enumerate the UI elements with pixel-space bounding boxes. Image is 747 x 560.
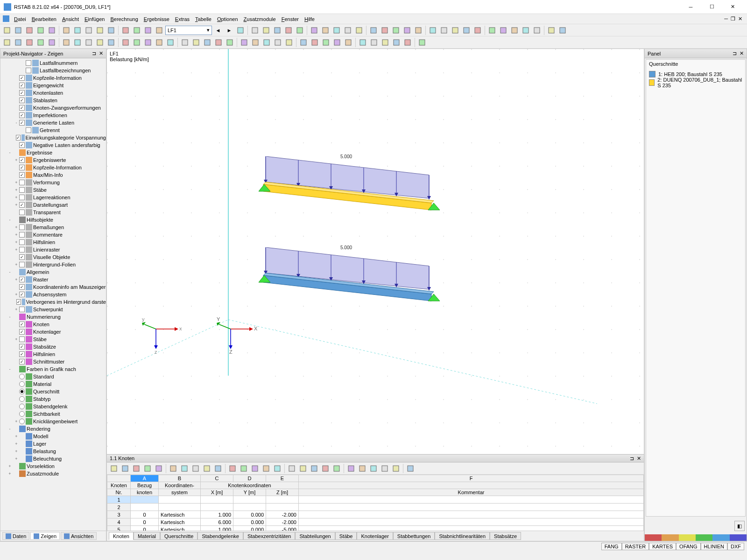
toolbar-button[interactable] <box>120 463 130 474</box>
toolbar-button[interactable] <box>309 463 319 474</box>
toolbar-button[interactable] <box>321 37 331 48</box>
toolbar-button[interactable] <box>35 37 46 48</box>
toolbar-button[interactable] <box>239 37 249 48</box>
toolbar-button[interactable] <box>202 37 212 48</box>
menu-item-hilfe[interactable]: Hilfe <box>302 15 317 23</box>
tree-node[interactable]: +Lager <box>0 440 106 448</box>
tree-node[interactable]: ✓Kopfzeile-Information <box>0 74 106 82</box>
expand-icon[interactable]: + <box>14 277 19 282</box>
navigator-tree[interactable]: LastfallnummernLastfallbezeichnungen✓Kop… <box>0 58 106 531</box>
expand-icon[interactable]: + <box>14 247 19 252</box>
toolbar-button[interactable] <box>331 463 342 474</box>
tree-node[interactable]: ✓Imperfektionen <box>0 112 106 119</box>
tree-node[interactable]: Material <box>0 380 106 388</box>
menu-item-ansicht[interactable]: Ansicht <box>59 15 82 23</box>
toolbar-button[interactable] <box>120 25 131 35</box>
toolbar-button[interactable] <box>132 25 142 35</box>
toolbar-button[interactable] <box>61 25 71 35</box>
nav-tab-zeigen[interactable]: Zeigen <box>30 532 60 540</box>
toolbar-button[interactable] <box>380 37 390 48</box>
tree-node[interactable]: ✓Negative Lasten andersfarbig <box>0 141 106 149</box>
expand-icon[interactable] <box>14 83 19 88</box>
toolbar-button[interactable] <box>439 25 449 35</box>
tree-node[interactable]: Stabendgelenk <box>0 403 106 410</box>
tree-node[interactable]: +Belastung <box>0 448 106 455</box>
radio[interactable] <box>19 381 25 387</box>
grid-tab[interactable]: Knoten <box>109 532 134 540</box>
checkbox[interactable]: ✓ <box>19 359 25 364</box>
checkbox[interactable]: ✓ <box>19 142 25 148</box>
expand-icon[interactable]: + <box>14 202 19 208</box>
status-button-raster[interactable]: RASTER <box>622 543 649 550</box>
data-grid[interactable]: ABCDEFKnotenBezugKoordinaten-Knotenkoord… <box>107 475 644 531</box>
radio[interactable] <box>19 404 25 409</box>
toolbar-button[interactable] <box>391 25 401 35</box>
expand-icon[interactable] <box>14 75 19 81</box>
checkbox[interactable]: ✓ <box>19 75 25 81</box>
minimize-button[interactable]: ─ <box>680 0 701 14</box>
tree-node[interactable]: ✓Knoten <box>0 321 106 328</box>
tree-node[interactable]: +✓Darstellungsart <box>0 201 106 209</box>
expand-icon[interactable]: + <box>14 195 19 200</box>
expand-icon[interactable] <box>14 322 19 327</box>
expand-icon[interactable]: + <box>14 262 19 267</box>
toolbar-button[interactable] <box>368 463 379 474</box>
checkbox[interactable]: ✓ <box>19 112 25 118</box>
expand-icon[interactable] <box>14 172 19 178</box>
tree-node[interactable]: ✓Visuelle Objekte <box>0 253 106 261</box>
expand-icon[interactable]: - <box>7 269 13 275</box>
menu-item-ergebnisse[interactable]: Ergebnisse <box>141 15 172 23</box>
toolbar-button[interactable] <box>165 37 176 48</box>
expand-icon[interactable] <box>14 284 19 290</box>
grid-tab[interactable]: Knotenlager <box>357 532 393 540</box>
tree-node[interactable]: +✓Raster <box>0 276 106 283</box>
checkbox[interactable]: ✓ <box>19 329 25 335</box>
tree-node[interactable]: -Hilfsobjekte <box>0 216 106 224</box>
expand-icon[interactable]: + <box>14 336 19 342</box>
tree-node[interactable]: Stabtyp <box>0 395 106 403</box>
toolbar-button[interactable] <box>2 37 12 48</box>
toolbar-button[interactable] <box>132 37 142 48</box>
toolbar-button[interactable] <box>261 37 272 48</box>
toolbar-button[interactable] <box>95 37 105 48</box>
toolbar-button[interactable] <box>402 37 413 48</box>
maximize-button[interactable]: ☐ <box>701 0 722 14</box>
checkbox[interactable] <box>19 232 25 238</box>
close-button[interactable]: ✕ <box>722 0 743 14</box>
toolbar-button[interactable] <box>24 25 35 35</box>
checkbox[interactable]: ✓ <box>19 157 25 163</box>
tree-node[interactable]: -✓Generierte Lasten <box>0 119 106 126</box>
expand-icon[interactable] <box>14 90 19 96</box>
grid-tab[interactable]: Stäbe <box>335 532 357 540</box>
toolbar-button[interactable] <box>213 37 224 48</box>
expand-icon[interactable] <box>20 60 26 66</box>
toolbar-button[interactable] <box>261 25 271 35</box>
grid-pin-icon[interactable]: ⊐ <box>630 455 634 462</box>
toolbar-button[interactable] <box>391 463 401 474</box>
grid-tab[interactable]: Stabteilungen <box>295 532 335 540</box>
toolbar-button[interactable] <box>143 25 153 35</box>
toolbar-button[interactable] <box>61 37 71 48</box>
toolbar-button[interactable] <box>309 25 319 35</box>
toolbar-button[interactable] <box>179 463 190 474</box>
menu-item-extras[interactable]: Extras <box>172 15 192 23</box>
expand-icon[interactable]: + <box>7 463 13 469</box>
checkbox[interactable]: ✓ <box>19 90 25 96</box>
checkbox[interactable] <box>26 68 31 73</box>
menu-item-optionen[interactable]: Optionen <box>214 15 241 23</box>
status-button-hlinien[interactable]: HLINIEN <box>701 543 727 550</box>
toolbar-button[interactable] <box>380 25 390 35</box>
checkbox[interactable]: ✓ <box>19 120 25 126</box>
expand-icon[interactable]: - <box>7 314 13 320</box>
tree-node[interactable]: ✓Einwirkungskategorie Vorspannung <box>0 134 106 141</box>
expand-icon[interactable] <box>14 344 19 350</box>
toolbar-button[interactable] <box>13 25 23 35</box>
toolbar-button[interactable] <box>332 37 342 48</box>
toolbar-button[interactable] <box>287 463 297 474</box>
tree-node[interactable]: -Ergebnisse <box>0 149 106 156</box>
toolbar-button[interactable] <box>320 463 331 474</box>
tree-node[interactable]: -Rendering <box>0 425 106 433</box>
checkbox[interactable]: ✓ <box>19 105 25 111</box>
tree-node[interactable]: +Kommentare <box>0 231 106 238</box>
expand-icon[interactable] <box>14 329 19 335</box>
